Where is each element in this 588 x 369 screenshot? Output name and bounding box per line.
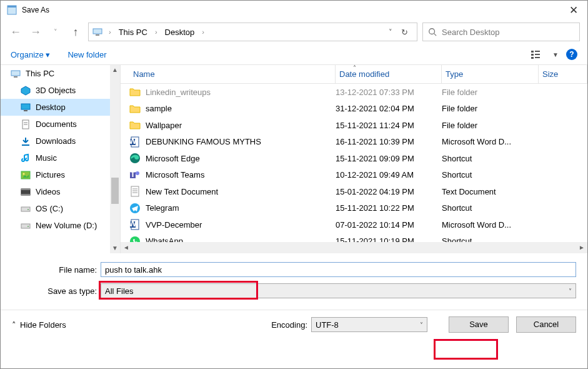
file-name: Wallpaper: [146, 121, 182, 130]
tree-item-os-c-[interactable]: OS (C:): [1, 200, 120, 217]
file-name: Linkedin_writeups: [146, 88, 211, 97]
svg-text:T: T: [131, 169, 136, 179]
chevron-right-icon[interactable]: ›: [106, 28, 114, 36]
breadcrumb-root[interactable]: This PC: [117, 28, 149, 37]
cancel-button[interactable]: Cancel: [516, 316, 576, 333]
search-input[interactable]: Search Desktop: [422, 23, 580, 41]
file-row[interactable]: Microsoft Edge15-11-2021 09:09 PMShortcu…: [121, 150, 587, 167]
search-placeholder: Search Desktop: [442, 28, 500, 37]
file-date: 15-11-2021 09:09 PM: [336, 154, 442, 163]
tree-item-label: 3D Objects: [36, 86, 76, 95]
tree-item-downloads[interactable]: Downloads: [1, 133, 120, 149]
music-icon: [21, 153, 31, 163]
file-name: Telegram: [146, 203, 179, 213]
tree-item-videos[interactable]: Videos: [1, 183, 120, 200]
tree-item-desktop[interactable]: Desktop: [1, 99, 120, 116]
refresh-icon[interactable]: ↻: [401, 28, 408, 37]
main-area: This PC3D ObjectsDesktopDocumentsDownloa…: [1, 64, 587, 253]
chevron-right-icon[interactable]: ›: [199, 28, 207, 36]
scroll-thumb[interactable]: [111, 178, 119, 204]
help-icon[interactable]: ?: [566, 49, 577, 60]
column-header-size[interactable]: Size: [539, 65, 587, 83]
navbar: ← → ˅ ↑ › This PC › Desktop › ˅ ↻ Search…: [1, 19, 587, 44]
save-button[interactable]: Save: [449, 316, 509, 333]
chevron-right-icon[interactable]: ›: [152, 28, 160, 36]
svg-line-5: [434, 34, 437, 36]
file-row[interactable]: WDEBUNKING FAMOUS MYTHS16-11-2021 10:39 …: [121, 134, 587, 151]
address-dropdown-icon[interactable]: ˅: [389, 28, 392, 36]
svg-rect-8: [531, 57, 534, 59]
tree-item-label: Documents: [36, 119, 77, 129]
hscroll-right-icon[interactable]: ►: [576, 242, 587, 253]
file-row[interactable]: WVVP-December07-01-2022 10:14 PMMicrosof…: [121, 216, 587, 233]
column-header-name[interactable]: Name: [129, 65, 336, 83]
desktop-icon: [21, 103, 31, 113]
back-arrow-icon[interactable]: ←: [8, 26, 23, 39]
filename-input[interactable]: [101, 262, 576, 277]
svg-rect-3: [96, 34, 99, 36]
recent-dropdown-icon[interactable]: ˅: [48, 28, 63, 36]
tree-item-label: Videos: [36, 187, 61, 196]
column-headers: ˄ Name Date modified Type Size: [121, 65, 587, 84]
svg-text:W: W: [129, 136, 137, 146]
tree-item-this-pc[interactable]: This PC: [1, 65, 120, 82]
file-row[interactable]: New Text Document15-01-2022 04:19 PMText…: [121, 183, 587, 200]
down-icon: [21, 136, 31, 146]
svg-rect-2: [93, 29, 102, 34]
file-date: 13-12-2021 07:33 PM: [336, 88, 442, 97]
chevron-down-icon: ˅: [569, 288, 572, 295]
svg-rect-9: [535, 51, 540, 52]
pc-icon: [92, 27, 102, 37]
address-bar[interactable]: › This PC › Desktop › ˅ ↻: [88, 23, 417, 41]
file-row[interactable]: sample31-12-2021 02:04 PMFile folder: [121, 101, 587, 118]
svg-point-46: [130, 236, 140, 242]
file-date: 31-12-2021 02:04 PM: [336, 104, 442, 113]
organize-dropdown[interactable]: Organize ▾: [11, 50, 50, 59]
horizontal-scrollbar[interactable]: ◄ ►: [121, 242, 587, 253]
file-row[interactable]: Telegram15-11-2021 10:22 PMShortcut: [121, 200, 587, 217]
svg-rect-13: [14, 76, 17, 78]
scroll-down-icon[interactable]: ▼: [110, 243, 120, 253]
file-row[interactable]: TMicrosoft Teams10-12-2021 09:49 AMShort…: [121, 167, 587, 184]
folder-icon: [129, 86, 141, 98]
file-type: Text Document: [442, 187, 539, 196]
tree-item-label: OS (C:): [36, 204, 63, 213]
column-header-date[interactable]: Date modified: [336, 65, 442, 83]
encoding-dropdown[interactable]: UTF-8 ˅: [311, 317, 427, 332]
hide-folders-toggle[interactable]: ˄ Hide Folders: [12, 320, 66, 330]
tree-item-music[interactable]: Music: [1, 149, 120, 166]
svg-rect-15: [21, 104, 30, 109]
hscroll-left-icon[interactable]: ◄: [121, 242, 132, 253]
teams-icon: T: [129, 169, 141, 181]
edge-icon: [129, 153, 141, 164]
tree-item-3d-objects[interactable]: 3D Objects: [1, 82, 120, 99]
file-name: WhatsApp: [146, 236, 183, 242]
doc-icon: [21, 119, 31, 129]
new-folder-button[interactable]: New folder: [67, 50, 106, 59]
up-arrow-icon[interactable]: ↑: [68, 26, 83, 39]
search-icon: [428, 28, 437, 36]
file-row[interactable]: Wallpaper15-11-2021 11:24 PMFile folder: [121, 117, 587, 134]
breadcrumb-folder[interactable]: Desktop: [164, 28, 196, 37]
file-type: File folder: [442, 121, 539, 130]
file-date: 15-01-2022 04:19 PM: [336, 187, 442, 196]
close-button[interactable]: ✕: [561, 4, 586, 17]
file-type: Microsoft Word D...: [442, 137, 539, 146]
file-row[interactable]: WhatsApp15-11-2021 10:19 PMShortcut: [121, 233, 587, 243]
scroll-up-icon[interactable]: ▲: [110, 65, 120, 75]
tree-item-documents[interactable]: Documents: [1, 116, 120, 133]
tree-item-label: Downloads: [36, 136, 76, 146]
view-dropdown-icon[interactable]: ▼: [552, 51, 559, 58]
file-row[interactable]: Linkedin_writeups13-12-2021 07:33 PMFile…: [121, 84, 587, 101]
tree-item-pictures[interactable]: Pictures: [1, 166, 120, 183]
svg-point-4: [429, 29, 435, 34]
navigation-tree: This PC3D ObjectsDesktopDocumentsDownloa…: [1, 65, 121, 253]
forward-arrow-icon[interactable]: →: [28, 26, 43, 39]
view-options-icon[interactable]: [531, 49, 545, 59]
filename-label: File name:: [12, 265, 101, 275]
tree-item-new-volume-d-[interactable]: New Volume (D:): [1, 217, 120, 234]
saveastype-dropdown[interactable]: All Files ˅: [101, 283, 576, 298]
svg-rect-12: [11, 71, 20, 76]
sidebar-scrollbar[interactable]: ▲ ▼: [110, 65, 120, 253]
column-header-type[interactable]: Type: [442, 65, 539, 83]
